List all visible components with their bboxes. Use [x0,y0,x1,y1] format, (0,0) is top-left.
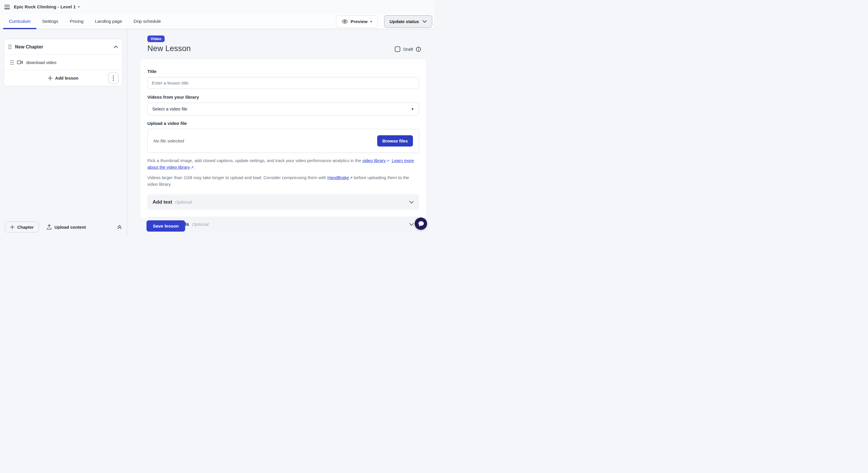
select-caret-icon: ▼ [411,107,414,111]
video-library-select[interactable]: Select a video file ▼ [147,103,419,115]
video-library-help-text: Pick a thumbnail image, add closed capti… [147,157,419,171]
preview-button-label: Preview [351,19,368,24]
course-dropdown-caret-icon[interactable]: ▾ [78,5,80,8]
draft-checkbox[interactable] [395,46,400,52]
video-library-select-value: Select a video file [152,106,187,112]
chevron-down-icon [409,201,414,203]
upload-content-label: Upload content [55,225,86,229]
upload-field-label: Upload a video file [147,121,419,126]
lesson-row[interactable]: download video [4,55,122,70]
optional-label: Optional [192,222,209,227]
lesson-type-badge: Video [147,35,165,42]
add-lesson-label: Add lesson [55,75,79,81]
add-lesson-row: Add lesson [4,70,122,86]
chapter-kebab-menu-button[interactable] [108,72,119,84]
handbrake-link[interactable]: HandBrake [327,175,349,180]
tab-landing-page[interactable]: Landing page [89,14,128,29]
course-title[interactable]: Epic Rock Climbing - Level 1 [14,4,76,9]
hamburger-menu-icon[interactable] [4,5,10,9]
top-header: Epic Rock Climbing - Level 1 ▾ [0,0,434,14]
compression-help-text: Videos larger than 1GB may take longer t… [147,174,419,188]
add-chapter-label: Chapter [17,225,34,229]
chat-bubble-icon [417,221,425,227]
drag-handle-icon[interactable] [10,60,13,65]
info-icon[interactable] [416,47,421,52]
chevron-up-icon[interactable] [114,45,118,48]
tab-drip-schedule[interactable]: Drip schedule [128,14,167,29]
drag-handle-icon[interactable] [8,44,11,49]
lesson-form-card: Title Videos from your library Select a … [141,59,426,218]
external-link-icon: ↗ [349,175,353,181]
external-link-icon: ↗ [386,158,389,164]
lesson-page-title: New Lesson [147,44,191,53]
upload-content-button[interactable]: Upload content [47,224,86,229]
plus-icon [48,76,53,81]
add-downloads-accordion[interactable]: Add downloads Optional [147,217,419,232]
chapter-card: New Chapter download video [4,39,123,86]
tab-settings[interactable]: Settings [36,14,64,29]
eye-icon [342,19,348,24]
update-status-button[interactable]: Update status [384,15,433,28]
add-text-accordion[interactable]: Add text Optional [147,194,419,210]
draft-toggle-row: Draft [395,46,421,52]
plus-icon [10,225,14,229]
tab-curriculum[interactable]: Curriculum [3,14,36,29]
lesson-editor-panel: Video New Lesson Draft Title Videos from… [127,29,434,236]
optional-label: Optional [175,199,192,205]
add-lesson-button[interactable]: Add lesson [48,75,79,81]
upload-icon [47,224,52,229]
chevron-down-icon [409,223,414,226]
no-file-text: No file selected [153,138,184,144]
upload-dropzone[interactable]: No file selected Browse files [147,129,419,153]
browse-files-button[interactable]: Browse files [377,135,413,147]
curriculum-sidebar: New Chapter download video [0,29,127,236]
lesson-title-input[interactable] [147,77,419,89]
draft-label: Draft [403,47,413,52]
preview-button[interactable]: Preview ▾ [336,15,378,28]
lesson-row-title: download video [26,60,56,65]
chevron-down-icon [423,20,427,23]
tab-bar: Curriculum Settings Pricing Landing page… [0,14,434,29]
sidebar-footer: Chapter Upload content [0,221,127,232]
add-chapter-button[interactable]: Chapter [5,221,39,232]
chapter-title: New Chapter [15,44,110,50]
chat-widget-button[interactable] [415,217,427,230]
title-field-label: Title [147,69,419,74]
save-lesson-button[interactable]: Save lesson [147,220,185,231]
external-link-icon: ↗ [191,165,194,170]
library-field-label: Videos from your library [147,95,419,100]
update-status-label: Update status [390,19,419,24]
caret-down-icon: ▾ [370,20,372,23]
video-camera-icon [17,60,23,64]
video-library-link[interactable]: video library [362,158,385,163]
add-text-label: Add text [153,199,172,205]
tab-pricing[interactable]: Pricing [64,14,89,29]
collapse-all-icon[interactable] [117,225,122,229]
chapter-header-row[interactable]: New Chapter [4,39,122,55]
